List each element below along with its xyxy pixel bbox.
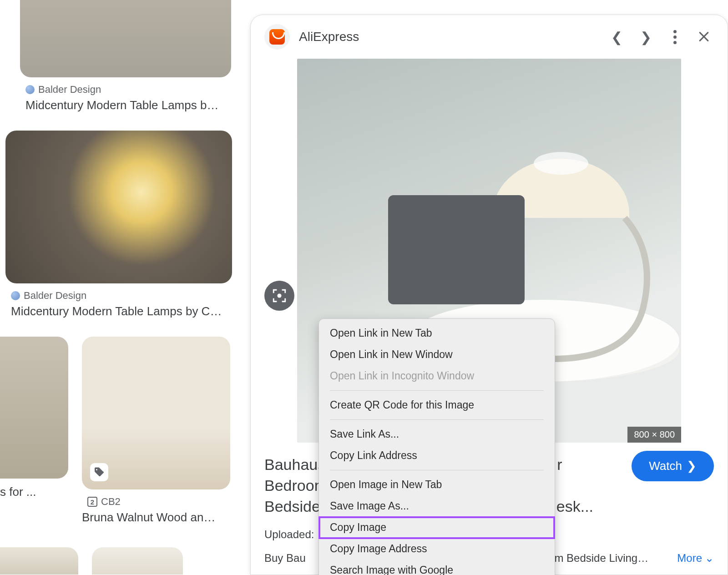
ctx-open-link-new-tab[interactable]: Open Link in New Tab	[319, 323, 555, 344]
shopping-tag-icon	[90, 463, 108, 481]
result-source: Balder Design	[25, 84, 232, 96]
count-badge: 2	[87, 497, 97, 507]
google-lens-button[interactable]	[264, 281, 294, 311]
result-source: 2 CB2	[87, 496, 230, 508]
chevron-down-icon: ⌄	[705, 552, 714, 565]
result-item[interactable]: Balder Design Midcentury Modern Table La…	[5, 131, 232, 318]
result-thumbnail[interactable]	[0, 337, 68, 479]
prev-button[interactable]: ❮	[607, 27, 627, 47]
ctx-separator	[330, 390, 544, 391]
image-dimensions-badge: 800 × 800	[627, 427, 681, 443]
result-source-label: CB2	[101, 496, 121, 508]
source-favicon[interactable]	[264, 24, 290, 50]
panel-header: AliExpress ❮ ❯	[251, 15, 728, 59]
result-item[interactable]: 2 CB2 Bruna Walnut Wood an…	[82, 337, 230, 525]
result-source: Balder Design	[11, 290, 232, 302]
result-item[interactable]: Balder Design Midcentury Modern Table La…	[20, 0, 232, 112]
result-thumbnail[interactable]	[92, 547, 183, 575]
result-title[interactable]: Midcentury Modern Table Lamps by C…	[11, 304, 227, 318]
result-thumbnail[interactable]	[0, 547, 78, 575]
ctx-save-link-as[interactable]: Save Link As...	[319, 424, 555, 445]
ctx-separator	[330, 419, 544, 420]
result-thumbnail[interactable]	[5, 131, 232, 283]
next-button[interactable]: ❯	[636, 27, 656, 47]
context-menu: Open Link in New Tab Open Link in New Wi…	[318, 318, 555, 575]
ctx-create-qr[interactable]: Create QR Code for this Image	[319, 394, 555, 416]
ctx-copy-image[interactable]: Copy Image	[319, 517, 555, 538]
close-icon	[698, 30, 710, 43]
result-title[interactable]: Midcentury Modern Table Lamps b…	[25, 98, 227, 112]
ctx-open-link-incognito: Open Link in Incognito Window	[319, 365, 555, 387]
ctx-save-image-as[interactable]: Save Image As...	[319, 495, 555, 517]
result-item[interactable]: s for ...	[0, 337, 68, 525]
chevron-right-icon: ❯	[687, 459, 697, 473]
globe-icon	[11, 291, 20, 300]
result-title[interactable]: s for ...	[0, 485, 63, 499]
result-thumbnail[interactable]	[20, 0, 231, 77]
result-title[interactable]: Bruna Walnut Wood an…	[82, 510, 225, 525]
watch-button[interactable]: Watch ❯	[632, 451, 714, 481]
more-link[interactable]: More ⌄	[677, 552, 714, 565]
svg-point-4	[277, 293, 281, 298]
close-button[interactable]	[694, 27, 714, 47]
ctx-open-image-new-tab[interactable]: Open Image in New Tab	[319, 474, 555, 495]
ctx-copy-link-address[interactable]: Copy Link Address	[319, 445, 555, 466]
result-source-label: Balder Design	[24, 290, 86, 302]
svg-point-2	[534, 152, 588, 175]
result-thumbnail[interactable]	[82, 337, 230, 489]
more-options-button[interactable]	[665, 27, 685, 47]
ctx-open-link-new-window[interactable]: Open Link in New Window	[319, 344, 555, 365]
ctx-search-image-google[interactable]: Search Image with Google	[319, 560, 555, 575]
svg-rect-3	[388, 195, 525, 304]
panel-source-name[interactable]: AliExpress	[299, 30, 597, 44]
globe-icon	[25, 85, 35, 94]
ctx-separator	[330, 470, 544, 470]
results-column: Balder Design Midcentury Modern Table La…	[0, 0, 237, 575]
ctx-copy-image-address[interactable]: Copy Image Address	[319, 538, 555, 560]
result-source-label: Balder Design	[38, 84, 101, 96]
